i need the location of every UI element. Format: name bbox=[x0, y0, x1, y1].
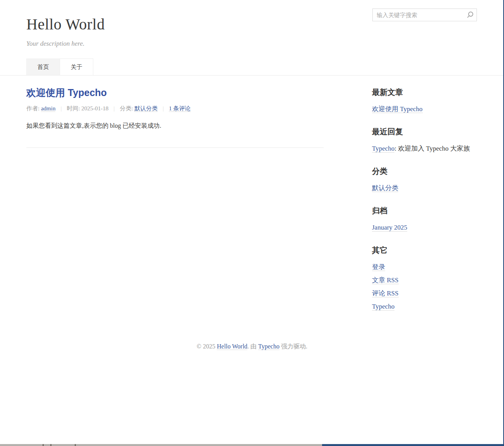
site-description: Your description here. bbox=[26, 39, 478, 48]
list-item: 评论 RSS bbox=[372, 289, 478, 298]
list-item: January 2025 bbox=[372, 223, 478, 232]
widget-title: 其它 bbox=[372, 245, 478, 255]
site-header: Hello World Your description here. 首页 关于 bbox=[0, 0, 504, 75]
search-box bbox=[372, 9, 477, 21]
archive-link[interactable]: January 2025 bbox=[372, 224, 407, 232]
category-link[interactable]: 默认分类 bbox=[134, 105, 158, 112]
typecho-link[interactable]: Typecho bbox=[372, 303, 394, 310]
post-meta: 作者: admin|时间: 2025-01-18|分类: 默认分类|1 条评论 bbox=[26, 105, 324, 112]
nav-tab-about[interactable]: 关于 bbox=[60, 58, 93, 75]
sidebar: 最新文章 欢迎使用 Typecho 最近回复 Typecho: 欢迎加入 Typ… bbox=[372, 75, 478, 324]
post: 欢迎使用 Typecho 作者: admin|时间: 2025-01-18|分类… bbox=[26, 87, 324, 130]
site-footer: © 2025 Hello World. 由 Typecho 强力驱动. bbox=[26, 343, 478, 350]
list-item: 登录 bbox=[372, 263, 478, 271]
login-link[interactable]: 登录 bbox=[372, 263, 385, 271]
recent-post-link[interactable]: 欢迎使用 Typecho bbox=[372, 105, 423, 113]
main-wrap: 欢迎使用 Typecho 作者: admin|时间: 2025-01-18|分类… bbox=[26, 75, 478, 324]
meta-separator: | bbox=[113, 105, 115, 112]
widget-title: 归档 bbox=[372, 206, 478, 216]
widget-recent-replies: 最近回复 Typecho: 欢迎加入 Typecho 大家族 bbox=[372, 127, 478, 153]
author-link[interactable]: admin bbox=[41, 105, 56, 112]
reply-text: : 欢迎加入 Typecho 大家族 bbox=[394, 145, 470, 152]
search-icon[interactable] bbox=[466, 11, 474, 19]
taskbar-sliver[interactable] bbox=[0, 444, 504, 446]
footer-typecho-link[interactable]: Typecho bbox=[258, 343, 279, 350]
main-nav: 首页 关于 bbox=[26, 58, 478, 75]
reply-author-link[interactable]: Typecho bbox=[372, 145, 394, 153]
comment-rss-link[interactable]: 评论 RSS bbox=[372, 290, 399, 297]
comments-link[interactable]: 1 条评论 bbox=[169, 105, 190, 112]
taskbar-active-segment bbox=[322, 444, 504, 446]
list-item: Typecho bbox=[372, 302, 478, 311]
list-item: 默认分类 bbox=[372, 184, 478, 192]
post-list: 欢迎使用 Typecho 作者: admin|时间: 2025-01-18|分类… bbox=[26, 75, 324, 324]
category-sidebar-link[interactable]: 默认分类 bbox=[372, 184, 398, 192]
meta-separator: | bbox=[60, 105, 62, 112]
author-label: 作者: bbox=[26, 105, 41, 112]
list-item: 欢迎使用 Typecho bbox=[372, 105, 478, 113]
footer-site-link[interactable]: Hello World bbox=[217, 343, 247, 350]
taskbar-icon-tick bbox=[50, 444, 51, 446]
widget-title: 最新文章 bbox=[372, 87, 478, 97]
widget-misc: 其它 登录 文章 RSS 评论 RSS Typecho bbox=[372, 245, 478, 311]
footer-middle-text: . 由 bbox=[247, 343, 258, 350]
widget-title: 分类 bbox=[372, 166, 478, 176]
list-item: 文章 RSS bbox=[372, 276, 478, 285]
copyright-text: © 2025 bbox=[197, 343, 217, 350]
post-rss-link[interactable]: 文章 RSS bbox=[372, 276, 399, 284]
category-label: 分类: bbox=[120, 105, 134, 112]
widget-categories: 分类 默认分类 bbox=[372, 166, 478, 192]
search-input[interactable] bbox=[372, 9, 477, 21]
footer-powered-text: 强力驱动. bbox=[279, 343, 307, 350]
widget-title: 最近回复 bbox=[372, 127, 478, 137]
post-divider bbox=[26, 148, 324, 148]
taskbar-icon-tick bbox=[75, 444, 76, 446]
nav-tab-home[interactable]: 首页 bbox=[26, 58, 60, 75]
meta-separator: | bbox=[163, 105, 164, 112]
widget-recent-posts: 最新文章 欢迎使用 Typecho bbox=[372, 87, 478, 113]
list-item: Typecho: 欢迎加入 Typecho 大家族 bbox=[372, 144, 478, 153]
time-label: 时间: bbox=[67, 105, 81, 112]
post-title-link[interactable]: 欢迎使用 Typecho bbox=[26, 87, 324, 98]
post-body: 如果您看到这篇文章,表示您的 blog 已经安装成功. bbox=[26, 122, 324, 130]
taskbar-icon-tick bbox=[43, 444, 44, 446]
post-date: 2025-01-18 bbox=[81, 105, 108, 112]
widget-archives: 归档 January 2025 bbox=[372, 206, 478, 232]
